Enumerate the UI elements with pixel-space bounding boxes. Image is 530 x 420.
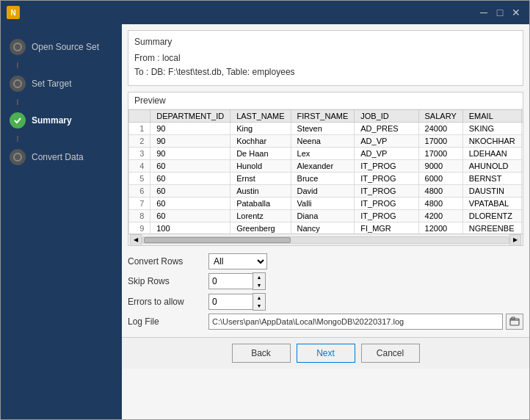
table-row: 9100GreenbergNancyFI_MGR12000NGREENBE (129, 222, 523, 234)
cell: AD_VP (355, 135, 418, 148)
col-header-num (129, 110, 150, 123)
log-file-input[interactable] (208, 314, 503, 330)
table-row: 760PataballaValliIT_PROG4800VPATABAL (129, 198, 523, 210)
skip-rows-spinner-btns: ▲ ▼ (253, 272, 266, 290)
app-icon: N (7, 6, 20, 19)
convert-rows-label: Convert Rows (128, 256, 208, 267)
cell: AHUNOLD (462, 160, 521, 173)
cell: 60 (150, 198, 230, 210)
col-header-salary: SALARY (418, 110, 462, 123)
log-file-input-row (208, 314, 523, 330)
close-button[interactable]: ✕ (509, 5, 523, 20)
sidebar-item-set-target[interactable]: Set Target (1, 68, 122, 99)
sidebar-item-convert-data[interactable]: Convert Data (1, 142, 122, 173)
convert-rows-select[interactable]: All Custom (208, 253, 267, 269)
cancel-button[interactable]: Cancel (361, 344, 420, 363)
scroll-left-arrow[interactable]: ◀ (130, 234, 142, 246)
cell: 17000 (418, 148, 462, 160)
title-bar: N ─ □ ✕ (1, 1, 529, 24)
row-num: 6 (129, 185, 150, 198)
options-section: Convert Rows All Custom Skip Rows ▲ ▼ (128, 249, 523, 337)
cell: 6000 (418, 173, 462, 185)
horizontal-scrollbar[interactable]: ◀ ▶ (128, 233, 523, 245)
scroll-right-arrow[interactable]: ▶ (509, 234, 521, 246)
step-icon-open-source (10, 39, 26, 55)
table-row: 390De HaanLexAD_VP17000LDEHAAN (129, 148, 523, 160)
step-icon-summary (10, 112, 26, 128)
cell (521, 173, 523, 185)
cell: IT_PROG (355, 198, 418, 210)
cell: De Haan (230, 148, 291, 160)
content-area: Open Source Set Set Target Summary (1, 24, 529, 419)
table-row: 660AustinDavidIT_PROG4800DAUSTIN (129, 185, 523, 198)
errors-up[interactable]: ▲ (253, 294, 265, 302)
connector-1 (17, 62, 18, 68)
skip-rows-spinner: ▲ ▼ (208, 272, 266, 290)
row-num: 5 (129, 173, 150, 185)
errors-input[interactable] (208, 294, 253, 310)
row-num: 1 (129, 123, 150, 135)
sidebar-item-summary[interactable]: Summary (1, 105, 122, 136)
preview-table-wrapper[interactable]: DEPARTMENT_ID LAST_NAME FIRST_NAME JOB_I… (128, 109, 523, 233)
connector-2 (17, 99, 18, 105)
minimize-button[interactable]: ─ (476, 5, 491, 20)
cell (521, 148, 523, 160)
scroll-track[interactable] (142, 236, 509, 244)
cell: DLORENTZ (462, 210, 521, 222)
cell: Austin (230, 185, 291, 198)
table-row: 560ErnstBruceIT_PROG6000BERNST (129, 173, 523, 185)
cell: 4800 (418, 198, 462, 210)
row-num: 2 (129, 135, 150, 148)
cell: Hunold (230, 160, 291, 173)
sidebar-item-open-source[interactable]: Open Source Set (1, 32, 122, 62)
cell: Steven (291, 123, 355, 135)
cell: AD_VP (355, 148, 418, 160)
col-header-commi: COMMI... (521, 110, 523, 123)
step-icon-convert-data (10, 149, 26, 165)
log-file-row: Log File (128, 314, 523, 330)
cell: 9000 (418, 160, 462, 173)
title-controls: ─ □ ✕ (476, 5, 523, 20)
preview-section: Preview DEPARTMENT_ID LAST_NAME FIRST_NA… (128, 92, 523, 246)
errors-spinner: ▲ ▼ (208, 293, 266, 311)
table-row: 860LorentzDianaIT_PROG4200DLORENTZ (129, 210, 523, 222)
cell (521, 210, 523, 222)
cell: SKING (462, 123, 521, 135)
cell: 90 (150, 135, 230, 148)
cell: Kochhar (230, 135, 291, 148)
next-button[interactable]: Next (297, 344, 355, 363)
cell: IT_PROG (355, 160, 418, 173)
window: N ─ □ ✕ Open Source Set Set Target (0, 0, 530, 420)
table-row: 190KingStevenAD_PRES24000SKING (129, 123, 523, 135)
row-num: 3 (129, 148, 150, 160)
cell: Ernst (230, 173, 291, 185)
skip-rows-up[interactable]: ▲ (253, 273, 265, 281)
scroll-thumb[interactable] (144, 237, 291, 243)
cell: BERNST (462, 173, 521, 185)
cell: Greenberg (230, 222, 291, 234)
cell (521, 160, 523, 173)
errors-down[interactable]: ▼ (253, 302, 265, 310)
cell: FI_MGR (355, 222, 418, 234)
cell: Alexander (291, 160, 355, 173)
cell: 12000 (418, 222, 462, 234)
footer: Back Next Cancel (122, 337, 529, 369)
maximize-button[interactable]: □ (493, 5, 507, 20)
sidebar-label-convert-data: Convert Data (32, 152, 84, 162)
errors-label: Errors to allow (128, 297, 208, 307)
log-browse-button[interactable] (506, 314, 523, 330)
cell: 4200 (418, 210, 462, 222)
col-header-last: LAST_NAME (230, 110, 291, 123)
step-icon-set-target (10, 76, 26, 92)
cell: Nancy (291, 222, 355, 234)
cell: IT_PROG (355, 210, 418, 222)
row-num: 7 (129, 198, 150, 210)
row-num: 8 (129, 210, 150, 222)
back-button[interactable]: Back (232, 344, 291, 363)
skip-rows-input[interactable] (208, 273, 253, 289)
cell: Valli (291, 198, 355, 210)
table-row: 290KochharNeenaAD_VP17000NKOCHHAR (129, 135, 523, 148)
table-row: 460HunoldAlexanderIT_PROG9000AHUNOLD (129, 160, 523, 173)
errors-row: Errors to allow ▲ ▼ (128, 293, 523, 311)
skip-rows-down[interactable]: ▼ (253, 281, 265, 289)
